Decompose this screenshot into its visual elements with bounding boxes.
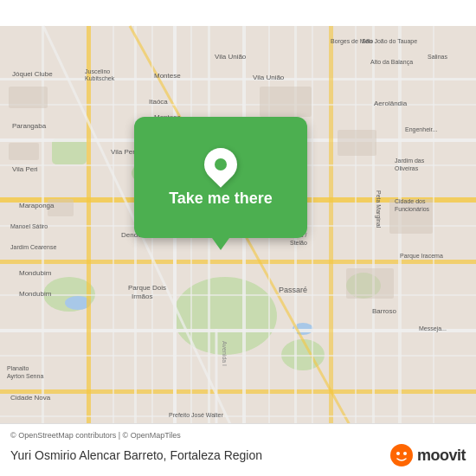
svg-text:São João do Tauape: São João do Tauape xyxy=(362,38,417,45)
svg-rect-21 xyxy=(134,26,137,450)
svg-text:Vila Peri: Vila Peri xyxy=(12,165,38,173)
moovit-text: moovit xyxy=(417,447,466,465)
svg-text:Oliveiras: Oliveiras xyxy=(395,165,419,171)
svg-rect-11 xyxy=(0,260,476,264)
svg-text:Engenheir...: Engenheir... xyxy=(405,126,437,133)
bottom-bar: © OpenStreetMap contributors | © OpenMap… xyxy=(0,423,476,476)
svg-point-91 xyxy=(390,444,413,466)
svg-point-92 xyxy=(396,452,400,455)
svg-text:Peta Marginal: Peta Marginal xyxy=(375,190,382,228)
svg-rect-47 xyxy=(346,268,394,299)
svg-rect-43 xyxy=(48,199,74,216)
svg-point-1 xyxy=(173,277,277,355)
map-container: Jóquei Clube Parangaba Vila Peri Marapon… xyxy=(0,0,476,476)
svg-text:Cidade Nova: Cidade Nova xyxy=(10,394,51,402)
svg-text:Funcionários: Funcionários xyxy=(395,206,430,212)
svg-text:Messeja...: Messeja... xyxy=(419,325,447,332)
svg-rect-34 xyxy=(113,26,114,450)
location-row: Yuri Osmirio Alencar Barreto, Fortaleza … xyxy=(10,443,466,467)
svg-text:Jóquei Clube: Jóquei Clube xyxy=(12,70,53,78)
svg-text:Irmãos: Irmãos xyxy=(132,293,152,300)
svg-text:Barroso: Barroso xyxy=(372,307,397,315)
svg-text:Parque Dois: Parque Dois xyxy=(128,284,166,292)
svg-text:Montese: Montese xyxy=(154,72,181,80)
svg-rect-46 xyxy=(389,199,433,234)
svg-rect-14 xyxy=(0,78,476,80)
take-me-there-button[interactable]: Take me there xyxy=(169,190,273,208)
svg-text:Aerolândia: Aerolândia xyxy=(374,100,408,107)
svg-text:Stelão: Stelão xyxy=(290,240,307,246)
svg-text:Borges de Melo: Borges de Melo xyxy=(331,38,373,45)
take-me-there-popup[interactable]: Take me there xyxy=(134,117,307,238)
svg-rect-17 xyxy=(242,26,246,450)
svg-text:Passaré: Passaré xyxy=(279,286,307,294)
svg-text:Prefeito José Walter: Prefeito José Walter xyxy=(169,412,223,418)
svg-rect-20 xyxy=(42,26,44,450)
svg-rect-39 xyxy=(355,26,357,450)
svg-rect-32 xyxy=(0,355,476,357)
svg-point-3 xyxy=(281,339,325,370)
moovit-logo: moovit xyxy=(389,443,466,467)
svg-rect-37 xyxy=(268,26,270,450)
svg-rect-33 xyxy=(0,415,476,417)
svg-rect-22 xyxy=(208,26,210,450)
pin-center xyxy=(212,156,229,173)
svg-rect-41 xyxy=(9,87,48,108)
svg-text:Salinas: Salinas xyxy=(428,54,447,60)
svg-text:Ayrton Senna: Ayrton Senna xyxy=(7,373,43,380)
map-attribution: © OpenStreetMap contributors | © OpenMap… xyxy=(10,431,466,440)
svg-rect-18 xyxy=(329,26,333,450)
svg-point-7 xyxy=(65,296,91,310)
svg-rect-28 xyxy=(0,104,476,106)
svg-text:Itaóca: Itaóca xyxy=(149,98,168,106)
svg-text:Vila União: Vila União xyxy=(215,53,247,61)
svg-rect-31 xyxy=(0,294,476,296)
svg-text:Manoel Sátiro: Manoel Sátiro xyxy=(10,223,48,229)
svg-rect-40 xyxy=(433,26,434,450)
svg-text:Maraponga: Maraponga xyxy=(19,202,55,209)
svg-point-2 xyxy=(43,277,95,312)
svg-text:Mondubim: Mondubim xyxy=(19,269,52,277)
svg-text:Juscelino: Juscelino xyxy=(85,68,110,74)
svg-line-26 xyxy=(130,26,363,450)
svg-rect-0 xyxy=(0,26,476,450)
svg-rect-44 xyxy=(260,87,312,117)
svg-rect-12 xyxy=(0,329,476,332)
svg-rect-16 xyxy=(173,26,177,450)
svg-text:Jardim das: Jardim das xyxy=(395,158,425,164)
svg-text:Mondubim: Mondubim xyxy=(19,290,52,298)
svg-text:Cidade dos: Cidade dos xyxy=(395,198,426,204)
svg-rect-15 xyxy=(87,26,91,450)
svg-rect-24 xyxy=(372,26,375,450)
svg-text:Kubitschek: Kubitschek xyxy=(85,75,115,81)
svg-text:Jardim Cearense: Jardim Cearense xyxy=(10,244,56,250)
svg-rect-42 xyxy=(9,143,39,160)
svg-rect-45 xyxy=(338,130,376,156)
svg-text:Avenida I: Avenida I xyxy=(222,341,228,366)
location-pin-icon xyxy=(197,141,244,188)
svg-point-93 xyxy=(403,452,407,455)
svg-text:Planalto: Planalto xyxy=(7,365,29,371)
svg-rect-38 xyxy=(312,26,313,450)
svg-point-4 xyxy=(346,273,381,299)
svg-rect-36 xyxy=(190,26,192,450)
svg-rect-5 xyxy=(52,138,87,164)
svg-text:Alto da Balança: Alto da Balança xyxy=(370,59,413,66)
svg-rect-35 xyxy=(151,26,153,450)
location-name: Yuri Osmirio Alencar Barreto, Fortaleza … xyxy=(10,448,262,462)
svg-text:Parque Iracema: Parque Iracema xyxy=(400,253,443,260)
svg-point-8 xyxy=(293,323,313,335)
svg-rect-13 xyxy=(0,389,476,394)
svg-rect-19 xyxy=(398,26,402,450)
moovit-icon xyxy=(389,443,414,467)
svg-rect-23 xyxy=(294,26,297,450)
svg-text:Vila União: Vila União xyxy=(253,74,285,81)
svg-text:Parangaba: Parangaba xyxy=(12,122,47,130)
